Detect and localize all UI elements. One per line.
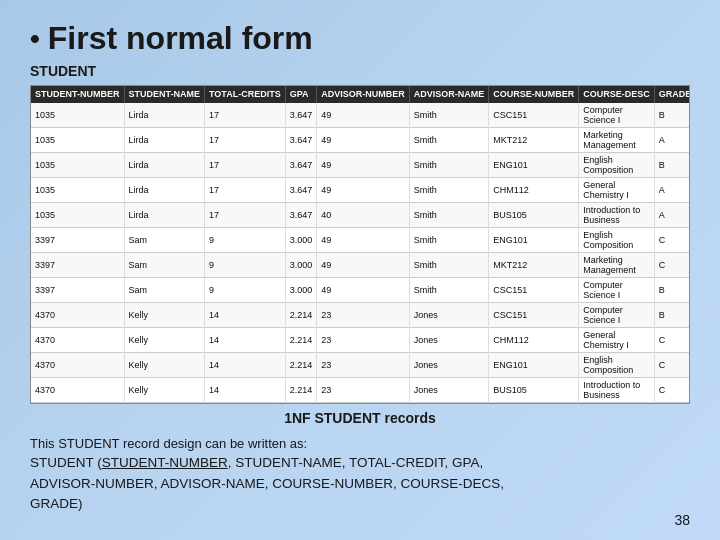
table-cell: Jones: [409, 352, 489, 377]
table-cell: B: [654, 277, 690, 302]
table-row: 1035Lirda173.64749SmithCSC151Computer Sc…: [31, 103, 690, 128]
table-cell: 14: [205, 377, 286, 402]
table-cell: 17: [205, 177, 286, 202]
table-cell: 4370: [31, 327, 124, 352]
page-container: • First normal form STUDENT STUDENT-NUMB…: [0, 0, 720, 540]
table-cell: B: [654, 152, 690, 177]
table-row: 3397Sam93.00049SmithENG101English Compos…: [31, 227, 690, 252]
table-cell: 3.647: [285, 127, 317, 152]
table-body: 1035Lirda173.64749SmithCSC151Computer Sc…: [31, 103, 690, 403]
table-cell: English Composition: [579, 227, 655, 252]
table-cell: CHM112: [489, 177, 579, 202]
table-cell: 49: [317, 227, 410, 252]
table-cell: Marketing Management: [579, 252, 655, 277]
table-caption: 1NF STUDENT records: [30, 410, 690, 426]
table-cell: 9: [205, 252, 286, 277]
column-header: COURSE-DESC: [579, 86, 655, 103]
title-text: First normal form: [48, 20, 313, 57]
table-row: 1035Lirda173.64740SmithBUS105Introductio…: [31, 202, 690, 227]
table-cell: 49: [317, 177, 410, 202]
table-cell: Smith: [409, 177, 489, 202]
table-cell: Smith: [409, 202, 489, 227]
table-cell: Smith: [409, 152, 489, 177]
page-number: 38: [674, 512, 690, 528]
table-cell: C: [654, 377, 690, 402]
desc-line2: STUDENT (STUDENT-NUMBER, STUDENT-NAME, T…: [30, 453, 690, 473]
table-row: 3397Sam93.00049SmithCSC151Computer Scien…: [31, 277, 690, 302]
table-cell: 49: [317, 252, 410, 277]
table-cell: 49: [317, 152, 410, 177]
table-cell: 3.647: [285, 202, 317, 227]
table-cell: 1035: [31, 103, 124, 128]
table-cell: 9: [205, 277, 286, 302]
table-cell: Lirda: [124, 127, 205, 152]
table-cell: 1035: [31, 202, 124, 227]
table-cell: Lirda: [124, 103, 205, 128]
table-cell: Sam: [124, 227, 205, 252]
table-cell: 3.000: [285, 252, 317, 277]
table-cell: Smith: [409, 103, 489, 128]
column-header: COURSE-NUMBER: [489, 86, 579, 103]
table-cell: A: [654, 202, 690, 227]
table-cell: 23: [317, 377, 410, 402]
table-cell: CSC151: [489, 103, 579, 128]
table-cell: 14: [205, 327, 286, 352]
table-cell: General Chemistry I: [579, 177, 655, 202]
table-cell: 3397: [31, 252, 124, 277]
table-cell: 14: [205, 302, 286, 327]
table-cell: Jones: [409, 377, 489, 402]
table-cell: C: [654, 227, 690, 252]
table-cell: 3.000: [285, 227, 317, 252]
table-row: 4370Kelly142.21423JonesCHM112General Che…: [31, 327, 690, 352]
table-cell: 3.647: [285, 177, 317, 202]
table-cell: C: [654, 352, 690, 377]
table-cell: 2.214: [285, 352, 317, 377]
table-cell: ENG101: [489, 352, 579, 377]
table-cell: 4370: [31, 377, 124, 402]
table-cell: 17: [205, 103, 286, 128]
table-cell: Sam: [124, 252, 205, 277]
table-cell: ENG101: [489, 152, 579, 177]
table-cell: Lirda: [124, 177, 205, 202]
table-cell: Computer Science I: [579, 302, 655, 327]
table-cell: 49: [317, 103, 410, 128]
table-cell: 17: [205, 152, 286, 177]
table-cell: 4370: [31, 352, 124, 377]
table-cell: 1035: [31, 127, 124, 152]
table-cell: CHM112: [489, 327, 579, 352]
table-cell: General Chemistry I: [579, 327, 655, 352]
table-cell: Smith: [409, 252, 489, 277]
table-cell: 2.214: [285, 377, 317, 402]
table-cell: 3.647: [285, 152, 317, 177]
table-cell: Kelly: [124, 377, 205, 402]
table-cell: B: [654, 103, 690, 128]
table-cell: Lirda: [124, 202, 205, 227]
table-cell: 3397: [31, 227, 124, 252]
table-cell: 49: [317, 127, 410, 152]
table-cell: Sam: [124, 277, 205, 302]
table-cell: 3397: [31, 277, 124, 302]
table-cell: Computer Science I: [579, 277, 655, 302]
table-row: 1035Lirda173.64749SmithENG101English Com…: [31, 152, 690, 177]
table-cell: B: [654, 302, 690, 327]
table-cell: English Composition: [579, 352, 655, 377]
table-cell: 23: [317, 352, 410, 377]
table-cell: 2.214: [285, 327, 317, 352]
table-cell: Lirda: [124, 152, 205, 177]
table-cell: BUS105: [489, 202, 579, 227]
table-cell: Smith: [409, 227, 489, 252]
page-title: • First normal form: [30, 20, 690, 57]
table-cell: 23: [317, 327, 410, 352]
table-cell: 14: [205, 352, 286, 377]
table-cell: Marketing Management: [579, 127, 655, 152]
table-row: 1035Lirda173.64749SmithCHM112General Che…: [31, 177, 690, 202]
table-cell: Jones: [409, 302, 489, 327]
desc-line4: GRADE): [30, 494, 690, 514]
table-cell: MKT212: [489, 252, 579, 277]
bullet-point: •: [30, 23, 40, 55]
table-row: 4370Kelly142.21423JonesENG101English Com…: [31, 352, 690, 377]
table-cell: Introduction to Business: [579, 202, 655, 227]
table-cell: Kelly: [124, 327, 205, 352]
table-cell: Kelly: [124, 352, 205, 377]
table-cell: 1035: [31, 152, 124, 177]
